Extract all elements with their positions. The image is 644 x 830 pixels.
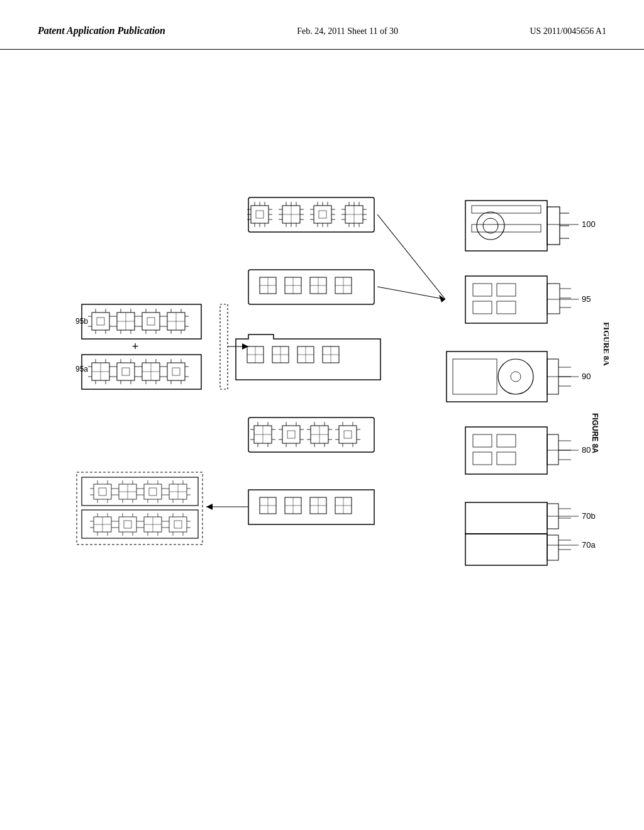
ref-95: 95 (582, 294, 591, 304)
left-card-95a (82, 355, 201, 389)
svg-rect-216 (147, 318, 155, 325)
svg-rect-135 (248, 418, 374, 452)
left-bottom-panel (77, 472, 203, 545)
svg-rect-307 (149, 488, 157, 495)
svg-rect-286 (99, 488, 106, 495)
svg-rect-63 (256, 211, 264, 218)
ref-70a: 70a (582, 540, 596, 550)
svg-rect-7 (472, 206, 541, 213)
svg-rect-8 (472, 224, 541, 232)
svg-rect-360 (169, 517, 187, 532)
svg-rect-34 (547, 434, 558, 465)
label-95b: 95b (75, 317, 88, 326)
svg-rect-248 (117, 363, 135, 380)
svg-rect-147 (282, 426, 300, 443)
center-card-top (247, 197, 374, 232)
svg-rect-39 (465, 502, 547, 534)
svg-rect-195 (97, 318, 104, 325)
ref-80: 80 (582, 445, 591, 455)
svg-rect-269 (167, 363, 185, 380)
plus-sign: + (132, 340, 139, 353)
svg-rect-148 (287, 431, 295, 438)
svg-rect-29 (465, 427, 547, 474)
svg-rect-110 (248, 270, 374, 304)
svg-rect-339 (119, 517, 136, 532)
equipment-100 (465, 201, 569, 251)
svg-rect-92 (319, 211, 326, 218)
technical-drawing: 100 95 (38, 175, 604, 616)
ref-100: 100 (582, 219, 596, 229)
svg-rect-30 (473, 434, 492, 447)
svg-rect-236 (82, 355, 201, 389)
svg-rect-40 (465, 534, 547, 565)
svg-rect-14 (497, 301, 516, 314)
svg-rect-33 (497, 452, 516, 465)
svg-rect-283 (77, 472, 203, 545)
center-card-95 (248, 270, 374, 304)
svg-rect-49 (248, 197, 374, 232)
svg-rect-0 (465, 201, 547, 251)
svg-rect-42 (547, 535, 558, 560)
svg-rect-168 (339, 426, 357, 443)
svg-rect-32 (473, 452, 492, 465)
svg-marker-192 (206, 504, 213, 510)
equipment-80 (465, 427, 571, 474)
svg-rect-50 (251, 206, 269, 223)
figure-svg: 100 95 (38, 175, 604, 616)
ref-70b: 70b (582, 511, 596, 521)
svg-rect-285 (94, 484, 111, 499)
svg-rect-284 (82, 477, 198, 506)
svg-rect-31 (497, 434, 516, 447)
svg-rect-11 (473, 284, 492, 296)
svg-rect-194 (92, 313, 109, 330)
ref-90: 90 (582, 372, 591, 381)
svg-rect-15 (547, 284, 560, 314)
publication-date-sheet: Feb. 24, 2011 Sheet 11 of 30 (297, 26, 398, 36)
svg-rect-340 (124, 521, 131, 528)
svg-rect-327 (82, 510, 198, 538)
svg-rect-193 (82, 304, 201, 339)
center-card-90 (236, 335, 380, 380)
page-header: Patent Application Publication Feb. 24, … (0, 0, 644, 50)
publication-number: US 2011/0045656 A1 (530, 26, 606, 36)
svg-point-2 (483, 218, 498, 233)
center-card-70 (248, 490, 374, 524)
svg-rect-249 (122, 368, 130, 375)
svg-rect-13 (473, 301, 492, 314)
svg-rect-169 (344, 431, 352, 438)
equipment-70 (465, 502, 571, 565)
svg-rect-280 (220, 304, 228, 389)
svg-rect-361 (174, 521, 182, 528)
figure-8a-label: FIGURE 8A (591, 413, 599, 453)
svg-rect-23 (453, 359, 497, 394)
svg-rect-178 (248, 490, 374, 524)
label-95a: 95a (75, 365, 88, 374)
svg-rect-270 (172, 368, 180, 375)
left-card-95b (82, 304, 201, 339)
svg-rect-10 (465, 276, 547, 323)
svg-line-279 (377, 287, 445, 299)
svg-line-108 (377, 214, 445, 299)
svg-point-22 (511, 372, 521, 382)
svg-rect-3 (547, 207, 560, 245)
svg-point-1 (477, 212, 504, 240)
center-card-80 (248, 418, 374, 452)
publication-title: Patent Application Publication (38, 25, 165, 36)
equipment-95 (465, 276, 571, 323)
svg-rect-12 (497, 284, 516, 296)
svg-rect-215 (142, 313, 160, 330)
svg-point-21 (498, 359, 533, 394)
svg-rect-306 (144, 484, 162, 499)
svg-rect-79 (314, 206, 331, 223)
figure-area: FIGURE 8A 100 (0, 50, 644, 804)
